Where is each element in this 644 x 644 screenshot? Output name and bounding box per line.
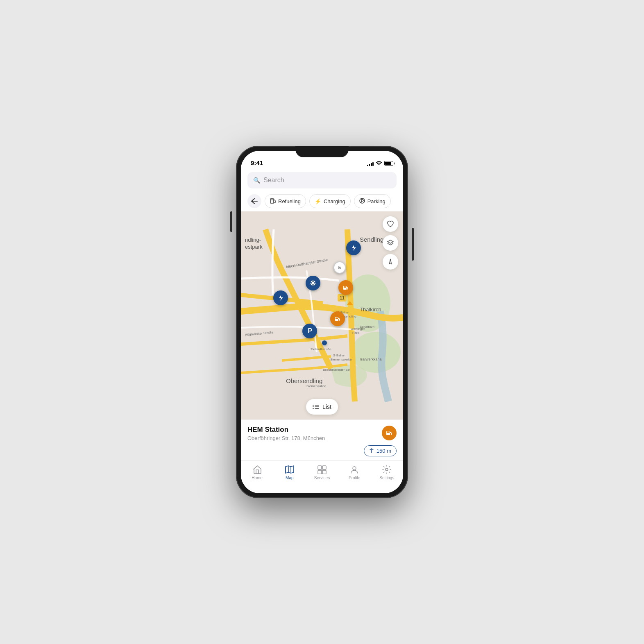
svg-text:estpark: estpark: [245, 244, 263, 250]
svg-rect-39: [322, 466, 326, 469]
list-button-label: List: [322, 404, 331, 410]
filter-chip-parking-label: Parking: [367, 198, 385, 204]
svg-rect-37: [387, 431, 390, 433]
nav-item-profile[interactable]: Profile: [342, 465, 367, 480]
station-card-header: HEM Station Oberföhringer Str. 178, Münc…: [247, 426, 397, 441]
svg-text:11: 11: [340, 296, 345, 300]
filter-row: Refueling ⚡ Charging Parking: [241, 192, 403, 211]
list-button[interactable]: List: [306, 399, 338, 415]
wifi-icon: [376, 160, 382, 166]
svg-point-43: [385, 468, 388, 471]
notch: [295, 146, 349, 157]
nav-label-map: Map: [286, 476, 293, 480]
filter-chip-charging-label: Charging: [324, 198, 345, 204]
user-location-dot: [322, 340, 327, 345]
svg-text:Gierlinger: Gierlinger: [351, 327, 365, 331]
map-area[interactable]: Albert-Roßhaupter-Straße Höglwörther Str…: [241, 211, 403, 420]
svg-text:Siemensallee: Siemensallee: [306, 384, 327, 388]
charging-icon: ⚡: [315, 198, 321, 204]
phone-frame: 9:41: [236, 146, 408, 498]
status-time: 9:41: [251, 159, 263, 166]
svg-point-42: [353, 467, 356, 470]
svg-rect-41: [322, 470, 326, 474]
nav-label-services: Services: [314, 476, 330, 480]
nav-label-settings: Settings: [379, 476, 394, 480]
marker-charging-2[interactable]: [273, 290, 288, 305]
svg-rect-27: [344, 286, 346, 288]
map-controls: [383, 216, 398, 270]
signal-icon: [367, 161, 374, 166]
station-info: HEM Station Oberföhringer Str. 178, Münc…: [247, 426, 325, 441]
svg-text:Sendling: Sendling: [360, 236, 383, 243]
svg-text:ndling-: ndling-: [245, 237, 261, 243]
svg-rect-0: [270, 199, 274, 203]
layers-button[interactable]: [383, 235, 398, 251]
parking-icon: [359, 198, 365, 205]
filter-chip-charging[interactable]: ⚡ Charging: [309, 194, 351, 208]
map-icon: [285, 465, 295, 474]
filter-chip-refueling-label: Refueling: [278, 198, 301, 204]
svg-text:Siemenswerke: Siemenswerke: [330, 358, 352, 361]
distance-label: 150 m: [376, 448, 391, 454]
station-card[interactable]: HEM Station Oberföhringer Str. 178, Münc…: [241, 420, 403, 460]
distance-button[interactable]: 150 m: [364, 445, 397, 456]
side-button-right: [412, 228, 414, 261]
svg-point-1: [360, 198, 365, 203]
station-card-footer: 150 m: [247, 441, 397, 456]
nav-item-map[interactable]: Map: [277, 465, 302, 480]
svg-text:Thalkirch: Thalkirch: [360, 306, 381, 313]
fuel-icon: [270, 198, 276, 205]
map-background: Albert-Roßhaupter-Straße Höglwörther Str…: [241, 211, 403, 420]
svg-text:Obersendling: Obersendling: [286, 377, 322, 384]
nav-label-home: Home: [252, 476, 263, 480]
station-address: Oberföhringer Str. 178, München: [247, 435, 325, 441]
svg-rect-38: [318, 466, 322, 469]
filter-chip-refueling[interactable]: Refueling: [265, 194, 306, 208]
station-type-icon: [382, 426, 397, 440]
phone-screen: 9:41: [241, 151, 403, 493]
svg-rect-29: [336, 317, 338, 319]
nav-item-home[interactable]: Home: [245, 465, 270, 480]
station-name: HEM Station: [247, 426, 325, 434]
search-bar[interactable]: 🔍 Search: [247, 172, 397, 188]
marker-fuel-2[interactable]: [330, 311, 345, 326]
battery-icon: [384, 161, 393, 166]
bottom-nav: Home Map Services: [241, 460, 403, 493]
search-icon: 🔍: [253, 177, 260, 184]
nav-item-settings[interactable]: Settings: [374, 465, 399, 480]
search-input[interactable]: Search: [263, 177, 284, 184]
svg-text:Park: Park: [352, 331, 359, 335]
marker-fuel-1[interactable]: [338, 280, 353, 295]
svg-text:S-Bahn-: S-Bahn-: [333, 354, 345, 357]
favorite-button[interactable]: [383, 216, 398, 232]
navigate-button[interactable]: [383, 254, 398, 270]
search-area: 🔍 Search: [241, 169, 403, 192]
side-button-left: [230, 211, 232, 232]
settings-icon: [382, 465, 391, 474]
nav-item-services[interactable]: Services: [310, 465, 334, 480]
svg-rect-40: [318, 470, 322, 474]
svg-text:Isarwerkkanal: Isarwerkkanal: [360, 357, 383, 361]
status-icons: [367, 160, 394, 166]
svg-text:Zielstattstraße: Zielstattstraße: [311, 347, 331, 351]
marker-cluster[interactable]: 5: [333, 261, 346, 274]
back-button[interactable]: [247, 194, 261, 208]
services-icon: [317, 465, 327, 474]
home-icon: [252, 465, 262, 474]
profile-icon: [350, 465, 359, 474]
nav-label-profile: Profile: [349, 476, 360, 480]
svg-text:Boschetsrieder Str.: Boschetsrieder Str.: [323, 368, 351, 372]
filter-chip-parking[interactable]: Parking: [354, 194, 391, 208]
